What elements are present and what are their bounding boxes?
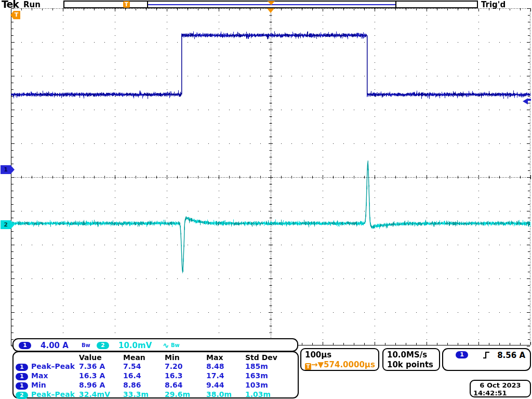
channel-readout-bar: 1 4.00 A Bw 2 10.0mV ∿ Bw	[12, 338, 298, 352]
meas-cell-value: 32.4mV	[79, 390, 123, 399]
meas-cell-std: 163m	[245, 371, 298, 381]
channel2-badge: 2	[97, 342, 109, 349]
measurement-table: Value Mean Min Max Std Dev 1Peak–Peak7.3…	[12, 351, 299, 398]
record-length: 10k points	[387, 360, 433, 369]
oscilloscope-screen: Tek Run Trig'd T T 1 2 1 4.00 A Bw 2 10.…	[0, 0, 532, 399]
channel1-scale: 4.00 A	[41, 341, 69, 350]
expansion-point-icon	[267, 8, 274, 13]
meas-cell-value: 16.3 A	[79, 371, 123, 381]
record-window-right-bracket	[395, 2, 396, 7]
tek-logo: Tek	[2, 0, 19, 10]
channel1-bandwidth-icon: Bw	[82, 342, 90, 348]
horizontal-readout-box: 100µs T→▼574.0000µs	[300, 348, 379, 371]
trigger-readout-box: 1 8.56 A	[442, 348, 531, 371]
date-readout: 6 Oct 2023	[471, 381, 530, 389]
channel1-badge: 1	[19, 342, 31, 349]
meas-cell-max: 8.48	[206, 362, 245, 371]
meas-row-channel-badge: 1	[16, 362, 31, 371]
meas-cell-min: 29.6m	[165, 390, 206, 399]
acquisition-readout-box: 10.0MS/s 10k points	[382, 348, 440, 371]
channel2-ac-coupling-icon: ∿	[163, 341, 169, 350]
meas-row-channel-badge: 2	[16, 390, 31, 399]
meas-header-max: Max	[206, 353, 245, 362]
meas-cell-min: 16.3	[165, 371, 206, 381]
meas-cell-min: 7.20	[165, 362, 206, 371]
meas-cell-value: 8.96 A	[79, 381, 123, 390]
sample-rate: 10.0MS/s	[387, 350, 427, 360]
trigger-level-arrow-icon	[523, 97, 528, 107]
record-view-bar: T	[63, 1, 478, 8]
delay-value: 574.0000µs	[324, 360, 375, 369]
meas-cell-name: Max	[31, 371, 79, 381]
meas-cell-mean: 16.4	[123, 371, 165, 381]
time-readout: 14:42:51	[471, 389, 530, 397]
meas-header-min: Min	[165, 353, 206, 362]
measurement-grid: Value Mean Min Max Std Dev 1Peak–Peak7.3…	[14, 352, 298, 399]
meas-cell-name: Peak–Peak	[31, 390, 79, 399]
meas-header-spacer	[16, 353, 31, 362]
delay-arrow-icon: →▼	[311, 360, 324, 369]
meas-cell-value: 7.36 A	[79, 362, 123, 371]
meas-cell-mean: 33.3m	[123, 390, 165, 399]
meas-cell-max: 38.0m	[206, 390, 245, 399]
meas-cell-max: 17.4	[206, 371, 245, 381]
meas-header-value: Value	[79, 353, 123, 362]
meas-cell-name: Peak–Peak	[31, 362, 79, 371]
trigger-level-value: 8.56 A	[497, 351, 525, 360]
channel2-bandwidth-icon: Bw	[171, 342, 180, 348]
meas-header-spacer	[31, 353, 79, 362]
trigger-t-icon: T	[305, 363, 311, 370]
record-expansion-point-icon	[268, 1, 275, 5]
meas-cell-std: 185m	[245, 362, 298, 371]
meas-cell-mean: 8.86	[123, 381, 165, 390]
meas-cell-name: Min	[31, 381, 79, 390]
trigger-source-badge: 1	[456, 351, 468, 358]
meas-cell-mean: 7.54	[123, 362, 165, 371]
meas-cell-min: 8.64	[165, 381, 206, 390]
record-trigger-position-icon: T	[123, 1, 130, 8]
channel2-scale: 10.0mV	[118, 341, 152, 350]
trigger-status: Trig'd	[481, 0, 506, 9]
meas-header-stddev: Std Dev	[245, 353, 298, 362]
meas-cell-std: 103m	[245, 381, 298, 390]
acquisition-status: Run	[23, 0, 41, 9]
horizontal-delay-readout: T→▼574.0000µs	[305, 360, 375, 370]
timebase-scale: 100µs	[305, 350, 331, 360]
rising-edge-icon	[483, 351, 490, 362]
meas-row-channel-badge: 1	[16, 381, 31, 390]
meas-cell-std: 1.03m	[245, 390, 298, 399]
meas-header-mean: Mean	[123, 353, 165, 362]
meas-row-channel-badge: 1	[16, 371, 31, 381]
meas-cell-max: 9.44	[206, 381, 245, 390]
datetime-box: 6 Oct 2023 14:42:51	[470, 380, 531, 397]
